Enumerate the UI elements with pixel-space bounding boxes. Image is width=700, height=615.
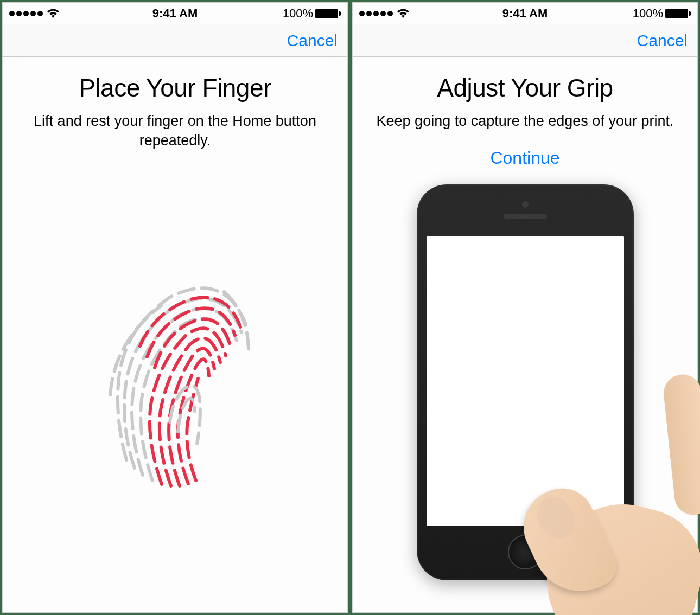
nav-bar: Cancel (353, 24, 697, 57)
wifi-icon (46, 8, 60, 19)
wifi-icon (396, 8, 410, 19)
status-time: 9:41 AM (152, 7, 198, 21)
touchid-setup-screen-1: 9:41 AM 100% Cancel Place Your Finger Li… (2, 2, 348, 613)
content-area: Place Your Finger Lift and rest your fin… (3, 57, 347, 612)
status-left (359, 8, 410, 19)
page-title: Place Your Finger (79, 73, 271, 102)
status-time: 9:41 AM (502, 7, 548, 21)
battery-icon (665, 9, 691, 18)
phone-camera-icon (522, 201, 529, 208)
page-title: Adjust Your Grip (437, 73, 613, 102)
hand-icon (482, 385, 688, 613)
touchid-setup-screen-2: 9:41 AM 100% Cancel Adjust Your Grip Kee… (352, 2, 698, 613)
content-area: Adjust Your Grip Keep going to capture t… (353, 57, 697, 612)
page-subtitle: Keep going to capture the edges of your … (377, 111, 674, 131)
page-subtitle: Lift and rest your finger on the Home bu… (24, 111, 326, 151)
cancel-button[interactable]: Cancel (637, 31, 688, 50)
signal-strength-icon (9, 11, 43, 16)
status-bar: 9:41 AM 100% (3, 3, 347, 24)
battery-percent: 100% (283, 7, 313, 21)
battery-percent: 100% (633, 7, 663, 21)
signal-strength-icon (359, 11, 393, 16)
battery-icon (315, 9, 341, 18)
fingerprint-icon (88, 259, 262, 492)
cancel-button[interactable]: Cancel (287, 31, 338, 50)
status-left (9, 8, 60, 19)
phone-in-hand-icon (384, 184, 666, 597)
status-right: 100% (633, 7, 691, 21)
fingerprint-illustration (24, 151, 326, 601)
phone-in-hand-illustration (374, 168, 676, 601)
status-right: 100% (283, 7, 341, 21)
continue-button[interactable]: Continue (490, 148, 559, 168)
nav-bar: Cancel (3, 24, 347, 57)
status-bar: 9:41 AM 100% (353, 3, 697, 24)
phone-speaker-icon (504, 214, 547, 219)
